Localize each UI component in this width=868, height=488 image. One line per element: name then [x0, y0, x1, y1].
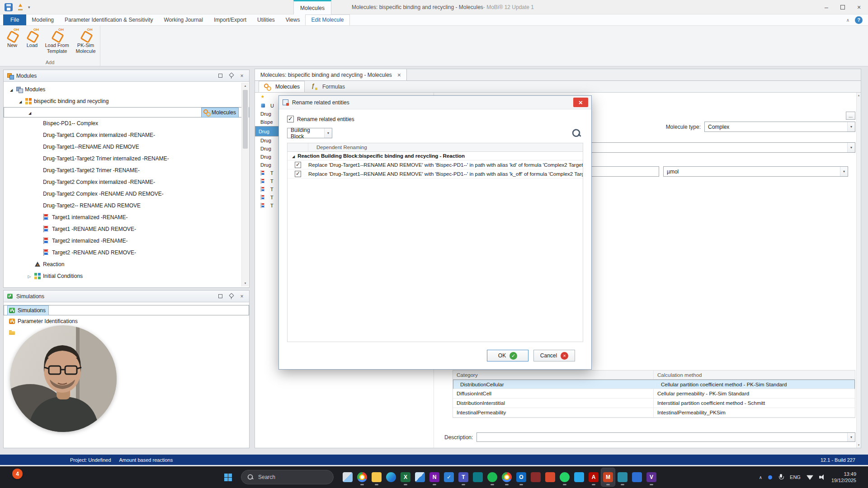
browse-button[interactable]: ... [846, 112, 855, 120]
simulations-list-item[interactable]: Simulations [4, 305, 249, 315]
todo-icon[interactable]: ✓ [442, 468, 456, 486]
chevron-down-icon[interactable]: ▾ [847, 143, 855, 152]
cancel-button[interactable]: Cancel × [533, 350, 575, 361]
hidden-icons-chevron-icon[interactable]: ∧ [759, 475, 762, 480]
tree-item[interactable]: Target1 -RENAME AND REMOVE- [4, 223, 249, 235]
grid-group-row[interactable]: Reaction Building Block:bispecific bindi… [288, 152, 583, 160]
ribbon-tab[interactable]: Views [280, 14, 306, 25]
visio-icon[interactable]: V [645, 468, 658, 486]
edge-icon[interactable] [384, 468, 398, 486]
document-scrollbar[interactable]: ▴▾ [856, 93, 861, 448]
sheets-icon[interactable] [630, 468, 644, 486]
table-row[interactable]: DistributionInterstitial Interstitial pa… [453, 399, 855, 408]
microphone-icon[interactable] [778, 474, 784, 481]
table-row[interactable]: DiffusionIntCell Cellular permeability -… [453, 389, 855, 399]
app-darkred-icon[interactable] [529, 468, 542, 486]
ok-button[interactable]: OK ✓ [487, 350, 528, 361]
tree-item[interactable]: Target2 -RENAME AND REMOVE- [4, 247, 249, 258]
restore-button[interactable] [835, 0, 851, 14]
collapse-ribbon-icon[interactable]: ∧ [846, 18, 849, 23]
app-cyan-icon[interactable] [572, 468, 586, 486]
chevron-down-icon[interactable]: ▾ [324, 128, 332, 138]
rename-row-checkbox[interactable] [295, 171, 301, 177]
molecule-type-select[interactable]: Complex ▾ [704, 122, 855, 132]
tree-expander-icon[interactable] [27, 109, 33, 116]
notification-badge[interactable]: 4 [12, 469, 23, 479]
tree-item[interactable]: Initial Conditions [4, 270, 249, 282]
tree-expander-icon[interactable] [17, 98, 24, 104]
sub-tab[interactable]: Formulas [306, 81, 350, 92]
rename-row[interactable]: Replace 'Drug-Target1--RENAME AND REMOVE… [288, 169, 583, 178]
app-red-icon[interactable] [543, 468, 557, 486]
close-panel-icon[interactable]: × [238, 72, 246, 80]
acrobat-icon[interactable]: A [587, 468, 600, 486]
ribbon-tab[interactable]: Parameter Identification & Sensitivity [59, 14, 158, 25]
tree-item[interactable]: Reaction [4, 258, 249, 270]
scroll-up-icon[interactable]: ▴ [242, 83, 249, 89]
folder-icon[interactable] [370, 468, 383, 486]
ribbon-button[interactable]: PK-Sim Molecule [72, 27, 99, 55]
tree-item[interactable]: Modules [4, 84, 249, 95]
language-indicator[interactable]: ENG [790, 474, 801, 480]
simulations-list-item[interactable]: Parameter Identifications [4, 315, 249, 327]
sub-tab[interactable]: Molecules [259, 81, 305, 92]
unit-select[interactable]: µmol ▾ [663, 166, 848, 177]
start-button[interactable] [221, 468, 235, 486]
excel-icon[interactable]: X [399, 468, 412, 486]
remote-desktop-icon[interactable] [616, 468, 629, 486]
minimize-button[interactable]: – [818, 0, 835, 14]
description-field[interactable]: ▾ [476, 432, 855, 442]
maximize-panel-icon[interactable] [216, 292, 224, 300]
tree-item[interactable]: Molecules [4, 107, 249, 117]
scroll-down-icon[interactable]: ▾ [242, 280, 249, 286]
export-icon[interactable] [16, 3, 24, 11]
tree-item[interactable]: Drug-Target1 Complex internalized -RENAM… [4, 129, 249, 141]
ribbon-button[interactable]: Load [23, 27, 42, 49]
ribbon-tab[interactable]: Edit Molecule [305, 14, 349, 25]
dialog-close-button[interactable]: × [573, 98, 588, 107]
group-expander-icon[interactable] [292, 153, 295, 159]
pin-panel-icon[interactable] [227, 72, 235, 80]
tree-item[interactable]: Drug-Target1-Target2 Trimer -RENAME- [4, 164, 249, 176]
taskbar-search[interactable]: Search [241, 470, 334, 484]
close-tab-icon[interactable]: × [397, 71, 401, 79]
maximize-panel-icon[interactable] [216, 72, 224, 80]
ribbon-button[interactable]: New [3, 27, 22, 49]
app-teal-icon[interactable] [471, 468, 485, 486]
tree-item[interactable]: Target2 internalized -RENAME- [4, 235, 249, 247]
help-icon[interactable]: ? [855, 16, 863, 24]
teams-icon[interactable]: T [457, 468, 470, 486]
ribbon-tab[interactable]: Working Journal [158, 14, 208, 25]
rename-row-checkbox[interactable] [295, 162, 301, 168]
close-button[interactable]: × [851, 0, 867, 14]
mobi-icon[interactable]: M [601, 468, 615, 486]
chrome-icon[interactable] [355, 468, 369, 486]
dialog-titlebar[interactable]: Rename related entities × [279, 96, 591, 109]
spotify-icon[interactable] [486, 468, 499, 486]
whatsapp-icon[interactable] [558, 468, 571, 486]
tree-item[interactable]: bispecific binding and recycling [4, 95, 249, 107]
tree-expander-icon[interactable] [26, 273, 33, 279]
tree-item[interactable]: Drug-Target1--RENAME AND REMOVE [4, 141, 249, 153]
tree-item[interactable]: Drug-Target2 Complex internalized -RENAM… [4, 176, 249, 188]
onenote-icon[interactable]: N [428, 468, 441, 486]
tree-item[interactable]: Drug-Target1-Target2 Trimer internalized… [4, 153, 249, 164]
outlook-icon[interactable]: O [514, 468, 528, 486]
ribbon-tab[interactable]: File [3, 14, 26, 25]
search-icon[interactable] [571, 128, 581, 138]
chevron-down-icon[interactable]: ▾ [840, 167, 848, 176]
bluetooth-status-icon[interactable] [768, 475, 772, 479]
tree-item[interactable]: Bispec-PD1-- Complex [4, 117, 249, 129]
file-explorer-icon[interactable] [341, 468, 354, 486]
pin-panel-icon[interactable] [227, 292, 235, 300]
wifi-icon[interactable] [807, 474, 813, 480]
google-icon[interactable] [500, 468, 514, 486]
table-row[interactable]: DistributionCellular Cellular partition … [453, 380, 855, 389]
tree-item[interactable]: Drug-Target2 Complex -RENAME AND REMOVE- [4, 188, 249, 200]
scrollbar-thumb[interactable] [243, 90, 248, 149]
ribbon-tab[interactable]: Import/Export [208, 14, 252, 25]
titlebar-tab-molecules[interactable]: Molecules [293, 0, 331, 14]
tree-expander-icon[interactable] [8, 86, 14, 93]
ribbon-tab[interactable]: Utilities [252, 14, 280, 25]
qat-dropdown-icon[interactable]: ▾ [28, 5, 30, 9]
